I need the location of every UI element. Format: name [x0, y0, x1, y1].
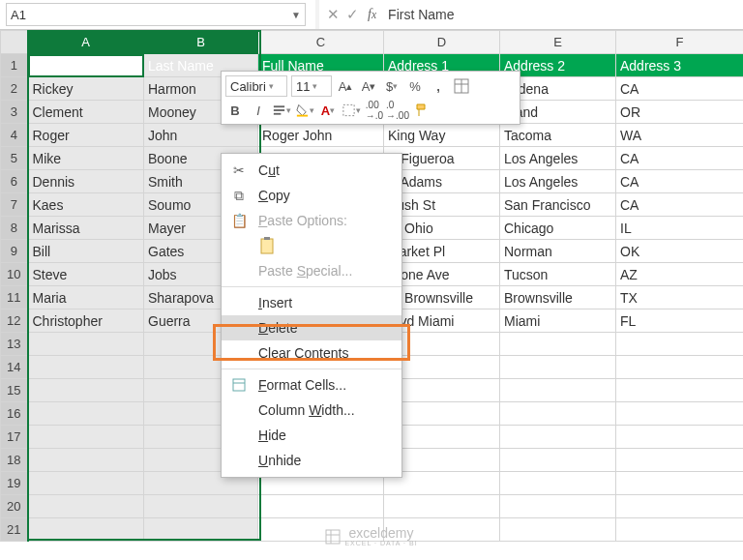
cell[interactable]: [500, 356, 616, 379]
decrease-decimal-icon[interactable]: .00→.0: [365, 101, 384, 120]
name-box[interactable]: A1 ▼: [6, 3, 306, 26]
cell[interactable]: CA: [616, 170, 744, 193]
cell[interactable]: TX: [616, 286, 744, 309]
borders-icon[interactable]: ▾: [342, 101, 361, 120]
cell[interactable]: [500, 426, 616, 449]
cell[interactable]: [28, 402, 144, 426]
row-header[interactable]: 16: [1, 402, 28, 426]
cell[interactable]: [500, 402, 616, 426]
cell[interactable]: [28, 495, 144, 518]
col-header-D[interactable]: D: [384, 31, 500, 54]
cell[interactable]: Tacoma: [500, 124, 616, 147]
cell[interactable]: Los Angeles: [500, 170, 616, 193]
chevron-down-icon[interactable]: ▾: [269, 81, 274, 91]
row-header[interactable]: 20: [1, 495, 28, 518]
cell[interactable]: [144, 495, 258, 518]
cell[interactable]: Bill: [28, 240, 144, 263]
cell[interactable]: [500, 333, 616, 356]
enter-icon[interactable]: ✓: [342, 5, 362, 24]
cell[interactable]: [616, 402, 744, 426]
cell[interactable]: CA: [616, 147, 744, 170]
cell[interactable]: FL: [616, 309, 744, 333]
cell[interactable]: Brownsville: [500, 286, 616, 309]
cell[interactable]: Maria: [28, 286, 144, 309]
row-header[interactable]: 3: [1, 101, 28, 124]
cell[interactable]: CA: [616, 77, 744, 101]
cell[interactable]: [258, 495, 384, 518]
col-header-E[interactable]: E: [500, 31, 616, 54]
row-header[interactable]: 15: [1, 379, 28, 402]
italic-icon[interactable]: I: [249, 101, 268, 120]
row-header[interactable]: 18: [1, 449, 28, 472]
cell[interactable]: Kaes: [28, 193, 144, 217]
cell[interactable]: [616, 356, 744, 379]
cell[interactable]: Clement: [28, 101, 144, 124]
format-painter-icon[interactable]: [411, 101, 431, 120]
chevron-down-icon[interactable]: ▼: [291, 10, 301, 20]
col-header-A[interactable]: A: [28, 31, 144, 54]
cancel-icon[interactable]: ✕: [323, 5, 342, 24]
cell[interactable]: Mike: [28, 147, 144, 170]
unhide-menu-item[interactable]: Unhide: [222, 448, 401, 473]
cut-menu-item[interactable]: ✂Cut: [222, 158, 401, 183]
row-header[interactable]: 13: [1, 333, 28, 356]
header-cell[interactable]: First Name: [28, 54, 144, 77]
align-icon[interactable]: ▾: [272, 101, 291, 120]
cell[interactable]: [28, 333, 144, 356]
cell[interactable]: [500, 379, 616, 402]
cell[interactable]: [500, 472, 616, 495]
cell[interactable]: Christopher: [28, 309, 144, 333]
cell[interactable]: [28, 449, 144, 472]
chevron-down-icon[interactable]: ▾: [312, 81, 317, 91]
column-width-menu-item[interactable]: Column Width...: [222, 398, 401, 423]
cell[interactable]: Tucson: [500, 263, 616, 286]
paste-default-button[interactable]: [222, 233, 401, 258]
row-header[interactable]: 7: [1, 193, 28, 217]
fx-icon[interactable]: fx: [368, 7, 376, 22]
col-header-B[interactable]: B: [144, 31, 258, 54]
cell[interactable]: Roger John: [258, 124, 384, 147]
cell[interactable]: [28, 379, 144, 402]
row-header[interactable]: 11: [1, 286, 28, 309]
cell[interactable]: Norman: [500, 240, 616, 263]
row-header[interactable]: 10: [1, 263, 28, 286]
cell[interactable]: IL: [616, 217, 744, 240]
increase-font-icon[interactable]: A▴: [336, 76, 355, 96]
col-header-F[interactable]: F: [616, 31, 744, 54]
cell[interactable]: Marissa: [28, 217, 144, 240]
decrease-font-icon[interactable]: A▾: [359, 76, 378, 96]
font-family-select[interactable]: Calibri▾: [225, 75, 287, 97]
select-all-corner[interactable]: [1, 31, 28, 54]
cell[interactable]: WA: [616, 124, 744, 147]
table-icon[interactable]: [452, 76, 471, 96]
format-cells-menu-item[interactable]: Format Cells...: [222, 372, 401, 398]
row-header[interactable]: 12: [1, 309, 28, 333]
cell[interactable]: [616, 495, 744, 518]
fill-color-icon[interactable]: ▾: [295, 101, 314, 120]
cell[interactable]: OK: [616, 240, 744, 263]
font-size-select[interactable]: 11▾: [291, 75, 332, 97]
row-header[interactable]: 1: [1, 54, 28, 77]
row-header[interactable]: 6: [1, 170, 28, 193]
col-header-C[interactable]: C: [258, 31, 384, 54]
delete-menu-item[interactable]: Delete: [222, 315, 401, 340]
cell[interactable]: OR: [616, 101, 744, 124]
row-header[interactable]: 4: [1, 124, 28, 147]
row-header[interactable]: 2: [1, 77, 28, 101]
cell[interactable]: [28, 426, 144, 449]
hide-menu-item[interactable]: Hide: [222, 423, 401, 448]
cell[interactable]: [616, 333, 744, 356]
font-color-icon[interactable]: A▾: [318, 101, 338, 120]
cell[interactable]: [384, 495, 500, 518]
cell[interactable]: [616, 426, 744, 449]
cell[interactable]: San Francisco: [500, 193, 616, 217]
cell[interactable]: Steve: [28, 263, 144, 286]
bold-icon[interactable]: B: [225, 101, 245, 120]
increase-decimal-icon[interactable]: .0→.00: [388, 101, 407, 120]
cell[interactable]: John: [144, 124, 258, 147]
cell[interactable]: Miami: [500, 309, 616, 333]
row-header[interactable]: 8: [1, 217, 28, 240]
comma-icon[interactable]: ,: [429, 76, 448, 96]
cell[interactable]: CA: [616, 193, 744, 217]
cell[interactable]: [28, 472, 144, 495]
